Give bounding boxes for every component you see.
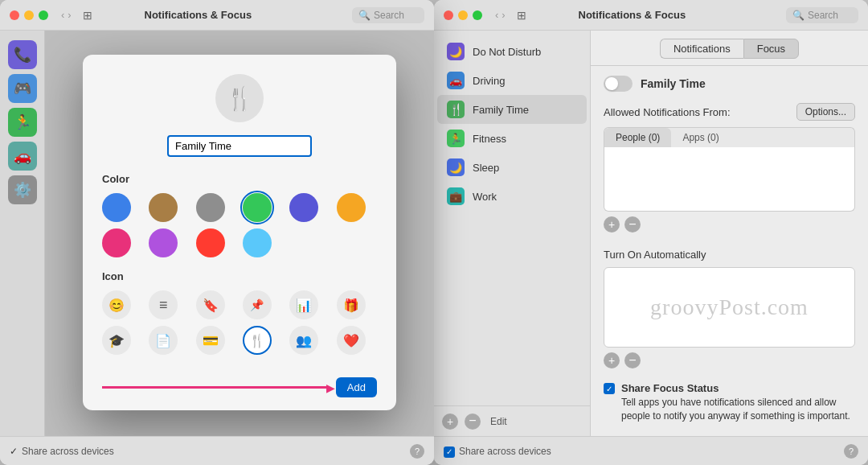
icon-list[interactable]: ≡ — [149, 290, 178, 319]
family-time-label: Family Time — [473, 104, 529, 116]
color-teal[interactable] — [243, 228, 272, 257]
add-person-button[interactable]: + — [604, 216, 620, 232]
tab-notifications[interactable]: Notifications — [660, 39, 743, 59]
close-button[interactable] — [10, 10, 19, 20]
right-search-box[interactable]: 🔍 Search — [786, 7, 858, 23]
left-content: 📞 🎮 🏃 🚗 ⚙️ 🍴 Color — [0, 31, 434, 436]
driving-icon: 🚗 — [447, 72, 465, 89]
right-share-across-devices: ✓ Share across devices — [444, 445, 551, 458]
sidebar-icon-settings[interactable]: ⚙️ — [8, 175, 37, 204]
left-footer: ✓ Share across devices ? — [0, 436, 434, 465]
add-button[interactable]: Add — [336, 377, 377, 397]
icon-bookmark[interactable]: 🔖 — [196, 290, 225, 319]
remove-automation-button[interactable]: − — [624, 352, 641, 368]
modal-food-icon: 🍴 — [226, 85, 254, 112]
right-window-title: Notifications & Focus — [485, 9, 780, 21]
remove-focus-button[interactable]: − — [465, 414, 481, 430]
focus-toggle[interactable] — [604, 76, 633, 92]
focus-modal: 🍴 Color — [83, 55, 396, 410]
icon-emoji[interactable]: 😊 — [102, 290, 131, 319]
sidebar-item-family-time[interactable]: 🍴 Family Time — [437, 95, 587, 124]
share-focus-checkbox[interactable]: ✓ — [604, 383, 615, 394]
color-gray[interactable] — [196, 193, 225, 222]
icon-food[interactable]: 🍴 — [243, 326, 272, 355]
color-green[interactable] — [243, 193, 272, 222]
sleep-label: Sleep — [473, 162, 499, 174]
fullscreen-button[interactable] — [39, 10, 48, 20]
modal-name-field — [102, 135, 377, 157]
do-not-disturb-icon: 🌙 — [447, 43, 465, 60]
right-help-button[interactable]: ? — [844, 444, 858, 459]
icon-gift[interactable]: 🎁 — [337, 290, 366, 319]
detail-panel: Notifications Focus Family Time Allowed … — [591, 31, 868, 436]
color-indigo[interactable] — [289, 193, 318, 222]
sidebar-item-work[interactable]: 💼 Work — [437, 182, 587, 211]
icon-card[interactable]: 💳 — [196, 326, 225, 355]
right-sidebar: 🌙 Do Not Disturb 🚗 Driving 🍴 Family Time… — [434, 31, 591, 436]
icon-health[interactable]: ❤️ — [337, 326, 366, 355]
tab-apps[interactable]: Apps (0) — [671, 128, 730, 147]
icon-grid: 😊 ≡ 🔖 📌 📊 🎁 🎓 📄 💳 🍴 👥 ❤️ — [102, 290, 377, 355]
left-search-box[interactable]: 🔍 Search — [352, 7, 424, 23]
right-footer: ✓ Share across devices ? — [434, 436, 868, 465]
left-window: ‹ › ⊞ Notifications & Focus 🔍 Search 📞 🎮… — [0, 0, 434, 465]
sidebar-item-sleep[interactable]: 🌙 Sleep — [437, 153, 587, 182]
left-sidebar: 📞 🎮 🏃 🚗 ⚙️ — [0, 31, 45, 436]
right-minimize-button[interactable] — [458, 10, 468, 20]
color-orange[interactable] — [337, 193, 366, 222]
people-apps-content — [604, 147, 855, 212]
color-blue[interactable] — [102, 193, 131, 222]
right-close-button[interactable] — [444, 10, 453, 20]
color-brown[interactable] — [149, 193, 178, 222]
left-titlebar: ‹ › ⊞ Notifications & Focus 🔍 Search — [0, 0, 434, 31]
options-button[interactable]: Options... — [796, 103, 855, 121]
watermark-text: groovyPost.com — [650, 294, 809, 320]
sidebar-icon-fitness[interactable]: 🏃 — [8, 108, 37, 137]
remove-person-button[interactable]: − — [624, 216, 641, 232]
color-purple[interactable] — [149, 228, 178, 257]
sidebar-icon-game[interactable]: 🎮 — [8, 74, 37, 103]
auto-section: Turn On Automatically groovyPost.com + − — [604, 249, 855, 373]
sidebar-item-driving[interactable]: 🚗 Driving — [437, 66, 587, 95]
icon-chart[interactable]: 📊 — [289, 290, 318, 319]
add-automation-button[interactable]: + — [604, 352, 620, 368]
sidebar-icon-phone[interactable]: 📞 — [8, 40, 37, 69]
edit-button[interactable]: Edit — [490, 416, 507, 427]
tab-people[interactable]: People (0) — [604, 128, 671, 147]
right-share-checkbox[interactable]: ✓ — [444, 446, 455, 458]
detail-body: Family Time Allowed Notifications From: … — [591, 66, 868, 436]
icon-grad[interactable]: 🎓 — [102, 326, 131, 355]
icon-doc[interactable]: 📄 — [149, 326, 178, 355]
allowed-label: Allowed Notifications From: — [604, 106, 731, 118]
minimize-button[interactable] — [24, 10, 34, 20]
share-focus-title: Share Focus Status — [621, 381, 855, 396]
tab-focus[interactable]: Focus — [743, 39, 799, 59]
family-time-icon: 🍴 — [447, 101, 465, 118]
modal-bottom: Add — [102, 368, 377, 410]
detail-tabs: Notifications Focus — [591, 31, 868, 66]
sidebar-footer: + − Edit — [434, 405, 590, 436]
sidebar-item-do-not-disturb[interactable]: 🌙 Do Not Disturb — [437, 37, 587, 66]
sidebar-icon-car[interactable]: 🚗 — [8, 142, 37, 171]
content-footer: + − — [604, 212, 855, 237]
modal-icon-container: 🍴 — [102, 74, 377, 122]
icon-people[interactable]: 👥 — [289, 326, 318, 355]
focus-name-input[interactable] — [167, 135, 312, 157]
auto-label: Turn On Automatically — [604, 249, 855, 261]
modal-icon-circle: 🍴 — [215, 74, 264, 122]
left-window-title: Notifications & Focus — [51, 9, 346, 21]
help-button[interactable]: ? — [410, 444, 424, 459]
people-apps-tabs: People (0) Apps (0) — [604, 127, 855, 147]
color-red[interactable] — [196, 228, 225, 257]
right-titlebar: ‹ › ⊞ Notifications & Focus 🔍 Search — [434, 0, 868, 31]
auto-content: groovyPost.com — [604, 267, 855, 348]
color-pink[interactable] — [102, 228, 131, 257]
fitness-icon: 🏃 — [447, 130, 465, 147]
traffic-lights — [10, 10, 48, 20]
right-fullscreen-button[interactable] — [473, 10, 482, 20]
do-not-disturb-label: Do Not Disturb — [473, 46, 541, 58]
sidebar-item-fitness[interactable]: 🏃 Fitness — [437, 124, 587, 153]
focus-title: Family Time — [641, 77, 706, 90]
add-focus-button[interactable]: + — [442, 414, 458, 430]
icon-pin[interactable]: 📌 — [243, 290, 272, 319]
